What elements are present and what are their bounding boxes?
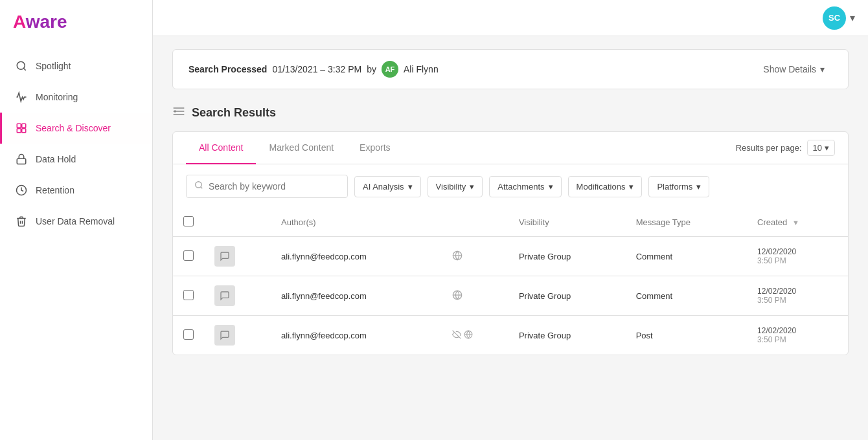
results-per-page-label: Results per page: — [736, 143, 802, 153]
filters-row: AI Analysis ▾ Visibility ▾ Attachments ▾… — [173, 164, 848, 208]
banner-by: by — [367, 64, 376, 74]
results-table: Author(s) Visibility Message Type Create… — [173, 208, 848, 355]
search-discover-icon — [15, 122, 28, 135]
row-message-type-cell: Post — [626, 316, 747, 355]
row-vis-icon-cell — [442, 237, 508, 276]
table-row: ali.flynn@feedcop.com — [173, 316, 848, 355]
sidebar-item-data-hold[interactable]: Data Hold — [0, 144, 152, 175]
tabs-row: All Content Marked Content Exports Resul… — [173, 132, 848, 164]
per-page-chevron-icon: ▾ — [825, 143, 829, 153]
row-type-icon — [214, 285, 235, 306]
row-icon-cell — [204, 316, 271, 355]
select-all-header — [173, 208, 204, 237]
sidebar: Aware Spotlight Monitoring Search & Disc… — [0, 0, 153, 440]
show-details-chevron-icon: ▾ — [820, 64, 825, 74]
svg-point-9 — [196, 182, 201, 188]
modifications-filter[interactable]: Modifications ▾ — [568, 176, 643, 197]
row-type-icon — [214, 246, 235, 267]
row-date: 12/02/2020 3:50 PM — [757, 326, 838, 344]
visibility-filter[interactable]: Visibility ▾ — [428, 176, 483, 197]
results-table-wrap: Author(s) Visibility Message Type Create… — [173, 208, 848, 355]
select-all-checkbox[interactable] — [183, 216, 194, 226]
sidebar-item-label: Spotlight — [36, 61, 71, 71]
banner-user-name: Ali Flynn — [404, 64, 439, 74]
platforms-filter[interactable]: Platforms ▾ — [648, 176, 709, 197]
sidebar-item-label: Search & Discover — [36, 123, 111, 133]
attachments-chevron-icon: ▾ — [549, 182, 553, 192]
sidebar-item-label: Retention — [36, 185, 74, 195]
monitoring-icon — [15, 91, 28, 104]
results-card: All Content Marked Content Exports Resul… — [172, 131, 849, 355]
table-row: ali.flynn@feedcop.com Private Group Comm… — [173, 237, 848, 276]
search-input[interactable] — [209, 181, 339, 192]
vis-icon-col-header — [442, 208, 508, 237]
sidebar-item-label: User Data Removal — [36, 216, 115, 226]
svg-rect-5 — [22, 129, 26, 133]
row-visibility-cell: Private Group — [508, 276, 626, 316]
results-per-page: Results per page: 10 ▾ — [736, 140, 835, 156]
row-checkbox[interactable] — [183, 290, 194, 300]
svg-line-1 — [23, 68, 25, 70]
sidebar-item-monitoring[interactable]: Monitoring — [0, 82, 152, 113]
modifications-chevron-icon: ▾ — [629, 182, 634, 192]
created-col-header[interactable]: Created ▼ — [747, 208, 848, 237]
svg-line-10 — [201, 187, 203, 189]
row-select-cell — [173, 237, 204, 276]
platforms-label: Platforms — [657, 182, 692, 192]
svg-rect-4 — [17, 129, 21, 133]
section-header: Search Results — [172, 105, 849, 121]
row-type-icon — [214, 325, 235, 346]
ai-analysis-filter[interactable]: AI Analysis ▾ — [354, 176, 421, 197]
sidebar-item-spotlight[interactable]: Spotlight — [0, 50, 152, 82]
svg-point-0 — [17, 61, 25, 69]
tab-all-content[interactable]: All Content — [186, 132, 256, 164]
banner-datetime: 01/13/2021 – 3:32 PM — [272, 64, 361, 74]
visibility-col-header: Visibility — [508, 208, 626, 237]
row-vis-icon-cell — [442, 316, 508, 355]
table-row: ali.flynn@feedcop.com Private Group Comm… — [173, 276, 848, 316]
main-content: SC ▾ Search Processed 01/13/2021 – 3:32 … — [153, 0, 868, 440]
show-details-button[interactable]: Show Details ▾ — [755, 60, 832, 78]
row-author-cell: ali.flynn@feedcop.com — [271, 276, 442, 316]
attachments-filter[interactable]: Attachments ▾ — [489, 176, 561, 197]
sidebar-item-user-data-removal[interactable]: User Data Removal — [0, 206, 152, 237]
icon-col-header — [204, 208, 271, 237]
row-checkbox[interactable] — [183, 250, 194, 261]
per-page-select[interactable]: 10 ▾ — [807, 140, 835, 156]
private-group-icon — [452, 253, 463, 263]
svg-rect-6 — [17, 159, 26, 164]
section-title: Search Results — [192, 106, 276, 120]
avatar: SC — [823, 6, 846, 30]
show-details-label: Show Details — [763, 64, 816, 74]
svg-rect-3 — [22, 124, 26, 127]
topbar-chevron-icon[interactable]: ▾ — [850, 12, 855, 24]
table-header-row: Author(s) Visibility Message Type Create… — [173, 208, 848, 237]
hidden-icon — [452, 330, 461, 341]
banner-user-avatar: AF — [382, 61, 398, 78]
data-hold-icon — [15, 153, 28, 166]
attachments-label: Attachments — [497, 182, 544, 192]
row-icon-cell — [204, 276, 271, 316]
tab-marked-content[interactable]: Marked Content — [256, 132, 347, 164]
row-message-type-cell: Comment — [626, 276, 747, 316]
row-date: 12/02/2020 3:50 PM — [757, 287, 838, 305]
visibility-label: Visibility — [436, 182, 466, 192]
sidebar-item-search-discover[interactable]: Search & Discover — [0, 113, 152, 144]
page-content: Search Processed 01/13/2021 – 3:32 PM by… — [153, 36, 868, 440]
sidebar-nav: Spotlight Monitoring Search & Discover D… — [0, 50, 152, 237]
row-checkbox[interactable] — [183, 329, 194, 340]
row-created-cell: 12/02/2020 3:50 PM — [747, 276, 848, 316]
retention-icon — [15, 184, 28, 197]
tab-exports[interactable]: Exports — [347, 132, 403, 164]
search-results-icon — [172, 105, 185, 121]
row-icon-cell — [204, 237, 271, 276]
row-author-cell: ali.flynn@feedcop.com — [271, 237, 442, 276]
row-select-cell — [173, 316, 204, 355]
spotlight-icon — [15, 60, 28, 72]
sidebar-item-retention[interactable]: Retention — [0, 175, 152, 206]
row-message-type-cell: Comment — [626, 237, 747, 276]
row-select-cell — [173, 276, 204, 316]
message-type-col-header: Message Type — [626, 208, 747, 237]
per-page-value: 10 — [813, 143, 822, 153]
row-visibility-cell: Private Group — [508, 237, 626, 276]
